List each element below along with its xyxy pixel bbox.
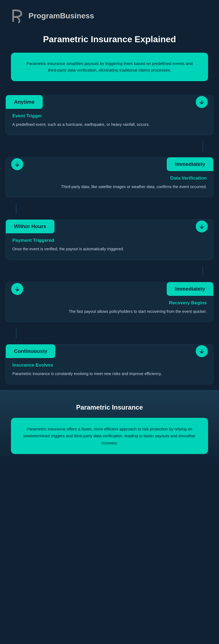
section-title-4: Recovery Begins — [12, 300, 207, 306]
step-card-3: Within Hours Payment Triggered Once the … — [5, 219, 214, 260]
timing-label-2: Immediately — [167, 157, 213, 171]
section-text-5: Parametric insurance is constantly evolv… — [12, 371, 207, 377]
connector-2 — [5, 203, 214, 214]
step-card-4: Immediately Recovery Begins The fast pay… — [5, 282, 214, 322]
timing-label-3: Within Hours — [6, 220, 54, 233]
section-title-2: Data Verification — [12, 175, 207, 181]
step-top-1: Anytime — [6, 95, 213, 109]
section-text-2: Third-party data, like satellite images … — [12, 184, 207, 190]
section-text-1: A predefined event, such as a hurricane,… — [12, 121, 207, 128]
footer-title: Parametric Insurance — [11, 404, 208, 411]
connector-1 — [5, 141, 214, 152]
arrow-down-icon-1 — [199, 99, 205, 105]
header: ProgramBusiness — [0, 0, 219, 29]
arrow-circle-5 — [196, 345, 208, 357]
section-title-5: Insurance Evolves — [12, 362, 207, 368]
logo-icon — [11, 8, 25, 23]
timing-label-4: Immediately — [167, 282, 213, 296]
step-card-2: Immediately Data Verification Third-part… — [5, 157, 214, 197]
step-card-5: Continuously Insurance Evolves Parametri… — [5, 344, 214, 384]
step-top-5: Continuously — [6, 344, 213, 358]
step-body-3: Payment Triggered Once the event is veri… — [6, 233, 213, 252]
step-body-5: Insurance Evolves Parametric insurance i… — [6, 358, 213, 377]
footer-text: Parametric insurance offers a faster, mo… — [22, 425, 197, 447]
step-card-1: Anytime Event Trigger A predefined event… — [5, 95, 214, 135]
intro-text: Parametric insurance simplifies payouts … — [22, 60, 197, 73]
timing-label-5: Continuously — [6, 344, 55, 358]
connector-4 — [5, 328, 214, 339]
arrow-down-icon-5 — [199, 348, 205, 354]
section-text-3: Once the event is verified, the payout i… — [12, 246, 207, 252]
arrow-down-icon-2 — [14, 161, 20, 167]
footer-box: Parametric insurance offers a faster, mo… — [11, 418, 208, 454]
section-title-3: Payment Triggered — [12, 238, 207, 243]
connector-3 — [5, 265, 214, 276]
step-body-4: Recovery Begins The fast payout allows p… — [6, 296, 213, 315]
arrow-circle-4 — [11, 283, 23, 295]
section-title-1: Event Trigger — [12, 113, 207, 119]
arrow-circle-3 — [196, 220, 208, 232]
step-top-3: Within Hours — [6, 220, 213, 233]
footer: Parametric Insurance Parametric insuranc… — [0, 390, 219, 468]
intro-box: Parametric insurance simplifies payouts … — [11, 53, 208, 81]
section-text-4: The fast payout allows policyholders to … — [12, 308, 207, 315]
arrow-down-icon-3 — [199, 223, 205, 229]
arrow-circle-1 — [196, 96, 208, 108]
step-body-1: Event Trigger A predefined event, such a… — [6, 109, 213, 128]
page-title: Parametric Insurance Explained — [0, 29, 219, 53]
arrow-down-icon-4 — [14, 286, 20, 292]
logo-text: ProgramBusiness — [28, 12, 94, 20]
step-body-2: Data Verification Third-party data, like… — [6, 171, 213, 190]
timing-label-1: Anytime — [6, 95, 43, 109]
arrow-circle-2 — [11, 158, 23, 170]
step-top-4: Immediately — [6, 282, 213, 296]
step-top-2: Immediately — [6, 157, 213, 171]
